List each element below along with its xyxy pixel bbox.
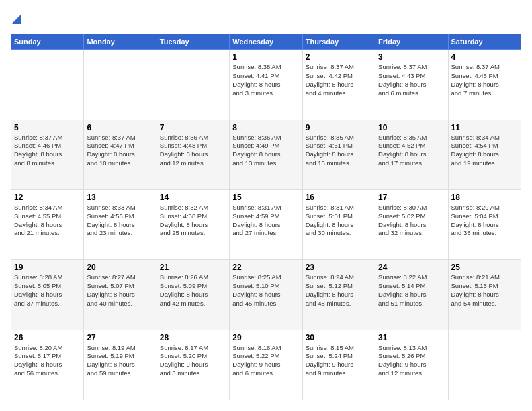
day-cell-28: 28Sunrise: 8:17 AM Sunset: 5:20 PM Dayli…: [157, 330, 229, 400]
day-cell-5: 5Sunrise: 8:37 AM Sunset: 4:46 PM Daylig…: [11, 120, 84, 189]
week-row-5: 26Sunrise: 8:20 AM Sunset: 5:17 PM Dayli…: [11, 330, 521, 400]
week-row-1: 1Sunrise: 8:38 AM Sunset: 4:41 PM Daylig…: [11, 50, 521, 120]
day-cell-15: 15Sunrise: 8:31 AM Sunset: 4:59 PM Dayli…: [230, 189, 302, 259]
day-info: Sunrise: 8:37 AM Sunset: 4:43 PM Dayligh…: [378, 63, 445, 97]
day-number: 4: [451, 52, 518, 62]
day-info: Sunrise: 8:34 AM Sunset: 4:55 PM Dayligh…: [14, 203, 81, 238]
day-info: Sunrise: 8:32 AM Sunset: 4:58 PM Dayligh…: [160, 203, 226, 238]
day-number: 23: [306, 263, 372, 272]
day-cell-11: 11Sunrise: 8:34 AM Sunset: 4:54 PM Dayli…: [448, 120, 521, 189]
day-info: Sunrise: 8:31 AM Sunset: 4:59 PM Dayligh…: [232, 203, 299, 238]
day-info: Sunrise: 8:17 AM Sunset: 5:20 PM Dayligh…: [160, 344, 226, 378]
day-number: 17: [378, 193, 445, 202]
day-cell-3: 3Sunrise: 8:37 AM Sunset: 4:43 PM Daylig…: [375, 50, 448, 120]
day-cell-8: 8Sunrise: 8:36 AM Sunset: 4:49 PM Daylig…: [230, 120, 302, 189]
day-cell-4: 4Sunrise: 8:37 AM Sunset: 4:45 PM Daylig…: [448, 50, 521, 120]
day-cell-25: 25Sunrise: 8:21 AM Sunset: 5:15 PM Dayli…: [448, 260, 521, 330]
logo-triangle-icon: [12, 14, 21, 24]
day-info: Sunrise: 8:13 AM Sunset: 5:26 PM Dayligh…: [378, 344, 445, 378]
day-number: 6: [87, 123, 153, 132]
week-row-2: 5Sunrise: 8:37 AM Sunset: 4:46 PM Daylig…: [11, 120, 521, 189]
day-cell-21: 21Sunrise: 8:26 AM Sunset: 5:09 PM Dayli…: [157, 260, 229, 330]
day-info: Sunrise: 8:33 AM Sunset: 4:56 PM Dayligh…: [87, 203, 153, 238]
day-cell-30: 30Sunrise: 8:15 AM Sunset: 5:24 PM Dayli…: [302, 330, 375, 400]
day-cell-7: 7Sunrise: 8:36 AM Sunset: 4:48 PM Daylig…: [157, 120, 229, 189]
day-number: 12: [14, 193, 81, 202]
day-cell-26: 26Sunrise: 8:20 AM Sunset: 5:17 PM Dayli…: [11, 330, 84, 400]
day-info: Sunrise: 8:20 AM Sunset: 5:17 PM Dayligh…: [14, 344, 81, 378]
day-number: 7: [160, 123, 226, 132]
day-number: 1: [232, 52, 299, 62]
day-info: Sunrise: 8:31 AM Sunset: 5:01 PM Dayligh…: [306, 203, 372, 238]
day-number: 11: [451, 123, 518, 132]
day-cell-6: 6Sunrise: 8:37 AM Sunset: 4:47 PM Daylig…: [84, 120, 157, 189]
day-number: 18: [451, 193, 518, 202]
day-number: 14: [160, 193, 226, 202]
day-number: 30: [306, 333, 372, 342]
day-cell-9: 9Sunrise: 8:35 AM Sunset: 4:51 PM Daylig…: [302, 120, 375, 189]
header: [11, 11, 521, 27]
day-number: 28: [160, 333, 226, 342]
day-info: Sunrise: 8:35 AM Sunset: 4:51 PM Dayligh…: [306, 134, 372, 168]
empty-cell: [11, 50, 84, 120]
day-cell-16: 16Sunrise: 8:31 AM Sunset: 5:01 PM Dayli…: [302, 189, 375, 259]
day-info: Sunrise: 8:22 AM Sunset: 5:14 PM Dayligh…: [378, 273, 445, 308]
page: SundayMondayTuesdayWednesdayThursdayFrid…: [0, 0, 532, 411]
day-info: Sunrise: 8:26 AM Sunset: 5:09 PM Dayligh…: [160, 273, 226, 308]
day-cell-23: 23Sunrise: 8:24 AM Sunset: 5:12 PM Dayli…: [302, 260, 375, 330]
day-cell-1: 1Sunrise: 8:38 AM Sunset: 4:41 PM Daylig…: [230, 50, 302, 120]
empty-cell: [84, 50, 157, 120]
day-number: 21: [160, 263, 226, 272]
day-info: Sunrise: 8:37 AM Sunset: 4:47 PM Dayligh…: [87, 134, 153, 168]
day-number: 22: [232, 263, 299, 272]
day-info: Sunrise: 8:19 AM Sunset: 5:19 PM Dayligh…: [87, 344, 153, 378]
day-number: 10: [378, 123, 445, 132]
day-info: Sunrise: 8:28 AM Sunset: 5:05 PM Dayligh…: [14, 273, 81, 308]
day-info: Sunrise: 8:37 AM Sunset: 4:45 PM Dayligh…: [451, 63, 518, 97]
day-number: 5: [14, 123, 81, 132]
svg-marker-0: [12, 14, 21, 24]
day-number: 24: [378, 263, 445, 272]
day-cell-13: 13Sunrise: 8:33 AM Sunset: 4:56 PM Dayli…: [84, 189, 157, 259]
day-number: 19: [14, 263, 81, 272]
day-info: Sunrise: 8:34 AM Sunset: 4:54 PM Dayligh…: [451, 134, 518, 168]
weekday-wednesday: Wednesday: [230, 34, 302, 50]
day-info: Sunrise: 8:27 AM Sunset: 5:07 PM Dayligh…: [87, 273, 153, 308]
day-number: 13: [87, 193, 153, 202]
day-number: 26: [14, 333, 81, 342]
day-info: Sunrise: 8:29 AM Sunset: 5:04 PM Dayligh…: [451, 203, 518, 238]
day-number: 29: [232, 333, 299, 342]
logo: [11, 11, 21, 27]
day-info: Sunrise: 8:37 AM Sunset: 4:46 PM Dayligh…: [14, 134, 81, 168]
day-cell-19: 19Sunrise: 8:28 AM Sunset: 5:05 PM Dayli…: [11, 260, 84, 330]
day-info: Sunrise: 8:37 AM Sunset: 4:42 PM Dayligh…: [306, 63, 372, 97]
calendar-table: SundayMondayTuesdayWednesdayThursdayFrid…: [11, 34, 521, 400]
day-info: Sunrise: 8:16 AM Sunset: 5:22 PM Dayligh…: [232, 344, 299, 378]
logo-text: [11, 11, 21, 27]
weekday-sunday: Sunday: [11, 34, 84, 50]
weekday-saturday: Saturday: [448, 34, 521, 50]
day-info: Sunrise: 8:15 AM Sunset: 5:24 PM Dayligh…: [306, 344, 372, 378]
day-info: Sunrise: 8:38 AM Sunset: 4:41 PM Dayligh…: [232, 63, 299, 97]
day-cell-14: 14Sunrise: 8:32 AM Sunset: 4:58 PM Dayli…: [157, 189, 229, 259]
day-number: 31: [378, 333, 445, 342]
empty-cell: [157, 50, 229, 120]
day-cell-12: 12Sunrise: 8:34 AM Sunset: 4:55 PM Dayli…: [11, 189, 84, 259]
day-info: Sunrise: 8:25 AM Sunset: 5:10 PM Dayligh…: [232, 273, 299, 308]
day-number: 15: [232, 193, 299, 202]
day-cell-20: 20Sunrise: 8:27 AM Sunset: 5:07 PM Dayli…: [84, 260, 157, 330]
day-number: 8: [232, 123, 299, 132]
day-info: Sunrise: 8:30 AM Sunset: 5:02 PM Dayligh…: [378, 203, 445, 238]
day-cell-27: 27Sunrise: 8:19 AM Sunset: 5:19 PM Dayli…: [84, 330, 157, 400]
weekday-friday: Friday: [375, 34, 448, 50]
day-cell-24: 24Sunrise: 8:22 AM Sunset: 5:14 PM Dayli…: [375, 260, 448, 330]
day-number: 16: [306, 193, 372, 202]
day-info: Sunrise: 8:36 AM Sunset: 4:48 PM Dayligh…: [160, 134, 226, 168]
day-number: 3: [378, 52, 445, 62]
day-info: Sunrise: 8:24 AM Sunset: 5:12 PM Dayligh…: [306, 273, 372, 308]
day-cell-22: 22Sunrise: 8:25 AM Sunset: 5:10 PM Dayli…: [230, 260, 302, 330]
day-cell-18: 18Sunrise: 8:29 AM Sunset: 5:04 PM Dayli…: [448, 189, 521, 259]
day-number: 20: [87, 263, 153, 272]
day-number: 25: [451, 263, 518, 272]
weekday-header-row: SundayMondayTuesdayWednesdayThursdayFrid…: [11, 34, 521, 50]
